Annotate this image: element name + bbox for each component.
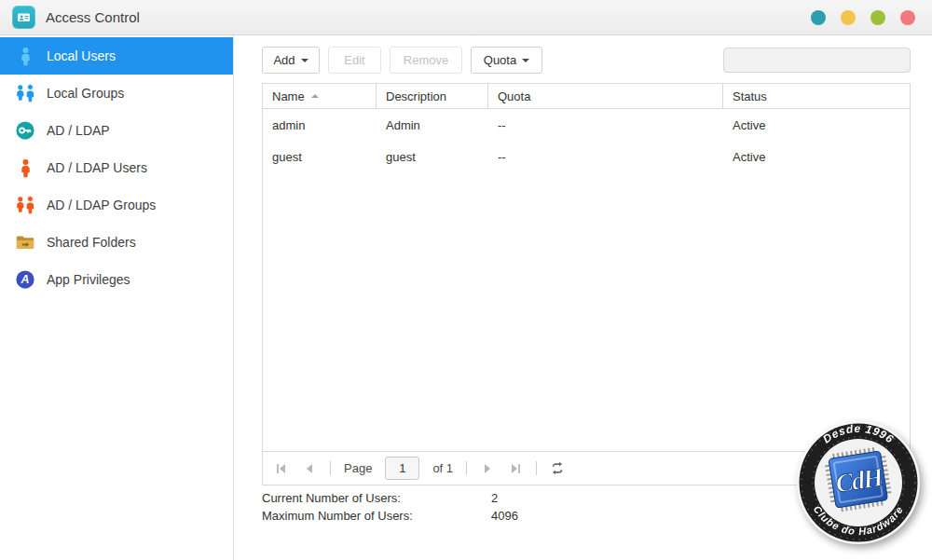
pagination-bar: Page of 1 xyxy=(263,451,910,485)
sort-asc-icon xyxy=(311,94,319,98)
user-stats: Current Number of Users: 2 Maximum Numbe… xyxy=(262,489,518,525)
column-header-status[interactable]: Status xyxy=(723,84,910,108)
next-page-icon[interactable] xyxy=(480,461,495,476)
page-title: Access Control xyxy=(46,9,140,25)
status-dot-yellow[interactable] xyxy=(841,10,856,25)
table-row[interactable]: admin Admin -- Active xyxy=(263,109,910,141)
sidebar-item-label: Local Groups xyxy=(47,86,124,101)
sidebar-item-shared-folders[interactable]: Shared Folders xyxy=(0,224,233,261)
cell-status: Active xyxy=(723,109,910,141)
search-input[interactable] xyxy=(738,53,902,67)
search-box[interactable] xyxy=(723,48,911,73)
edit-button-label: Edit xyxy=(344,53,364,67)
first-page-icon[interactable] xyxy=(274,461,289,476)
page-number-input[interactable] xyxy=(385,457,419,480)
caret-down-icon xyxy=(522,59,529,62)
stat-value: 4096 xyxy=(491,509,518,523)
sidebar: Local Users Local Groups AD / LDAP AD / … xyxy=(0,35,234,560)
sidebar-item-local-users[interactable]: Local Users xyxy=(0,37,233,75)
stat-value: 2 xyxy=(491,491,498,505)
users-table: Name Description Quota Status admin Admi… xyxy=(262,83,911,485)
svg-text:A: A xyxy=(21,273,30,286)
sidebar-item-ad-ldap-groups[interactable]: AD / LDAP Groups xyxy=(0,186,233,224)
cell-quota: -- xyxy=(488,141,723,172)
sidebar-item-ad-ldap-users[interactable]: AD / LDAP Users xyxy=(0,149,233,186)
sidebar-item-app-privileges[interactable]: A App Privileges xyxy=(0,261,233,298)
users-icon xyxy=(14,194,36,216)
column-header-description[interactable]: Description xyxy=(377,84,488,108)
quota-button[interactable]: Quota xyxy=(471,47,542,74)
table-header: Name Description Quota Status xyxy=(263,84,910,109)
search-icon xyxy=(732,53,733,67)
app-icon: A xyxy=(14,268,36,291)
prev-page-icon[interactable] xyxy=(302,461,317,476)
cell-quota: -- xyxy=(488,109,723,141)
main-content: Add Edit Remove Quota Name Description Q… xyxy=(234,35,932,560)
last-page-icon[interactable] xyxy=(508,461,523,476)
cell-name: guest xyxy=(263,141,377,172)
sidebar-item-ad-ldap[interactable]: AD / LDAP xyxy=(0,112,233,149)
status-dot-green[interactable] xyxy=(870,10,885,25)
key-icon xyxy=(14,119,36,142)
column-header-name[interactable]: Name xyxy=(263,84,377,108)
window-status-dots xyxy=(811,0,915,35)
titlebar: Access Control xyxy=(0,0,932,35)
stat-current-users: Current Number of Users: 2 xyxy=(262,489,518,507)
stat-maximum-users: Maximum Number of Users: 4096 xyxy=(262,507,518,525)
caret-down-icon xyxy=(301,59,308,62)
sidebar-item-label: Local Users xyxy=(47,48,116,63)
users-icon xyxy=(14,82,36,104)
sidebar-item-label: AD / LDAP xyxy=(47,123,110,138)
page-label: Page xyxy=(344,461,372,475)
cell-name: admin xyxy=(263,109,377,141)
sidebar-item-label: Shared Folders xyxy=(47,235,136,250)
remove-button-label: Remove xyxy=(404,53,448,67)
cell-description: Admin xyxy=(377,109,488,141)
stat-label: Current Number of Users: xyxy=(262,491,491,505)
status-dot-teal[interactable] xyxy=(811,10,826,25)
user-icon xyxy=(14,157,36,179)
edit-button[interactable]: Edit xyxy=(328,47,381,74)
divider xyxy=(466,461,467,475)
cell-description: guest xyxy=(377,141,488,172)
divider xyxy=(330,461,331,475)
add-button[interactable]: Add xyxy=(262,47,320,74)
add-button-label: Add xyxy=(273,53,295,67)
column-header-quota[interactable]: Quota xyxy=(488,84,723,108)
table-row[interactable]: guest guest -- Active xyxy=(263,141,910,172)
sidebar-item-label: App Privileges xyxy=(47,272,130,287)
remove-button[interactable]: Remove xyxy=(390,47,462,74)
user-icon xyxy=(14,45,36,67)
status-dot-red[interactable] xyxy=(900,10,915,25)
access-control-app-icon xyxy=(12,6,35,29)
sidebar-item-local-groups[interactable]: Local Groups xyxy=(0,75,233,112)
sidebar-item-label: AD / LDAP Users xyxy=(47,160,147,175)
folder-icon xyxy=(14,231,36,253)
cell-status: Active xyxy=(723,141,910,172)
stat-label: Maximum Number of Users: xyxy=(262,509,491,523)
divider xyxy=(536,461,537,475)
table-body: admin Admin -- Active guest guest -- Act… xyxy=(263,109,910,451)
refresh-icon[interactable] xyxy=(550,461,565,476)
page-of-label: of 1 xyxy=(432,461,453,475)
quota-button-label: Quota xyxy=(484,53,516,67)
sidebar-item-label: AD / LDAP Groups xyxy=(47,198,156,212)
